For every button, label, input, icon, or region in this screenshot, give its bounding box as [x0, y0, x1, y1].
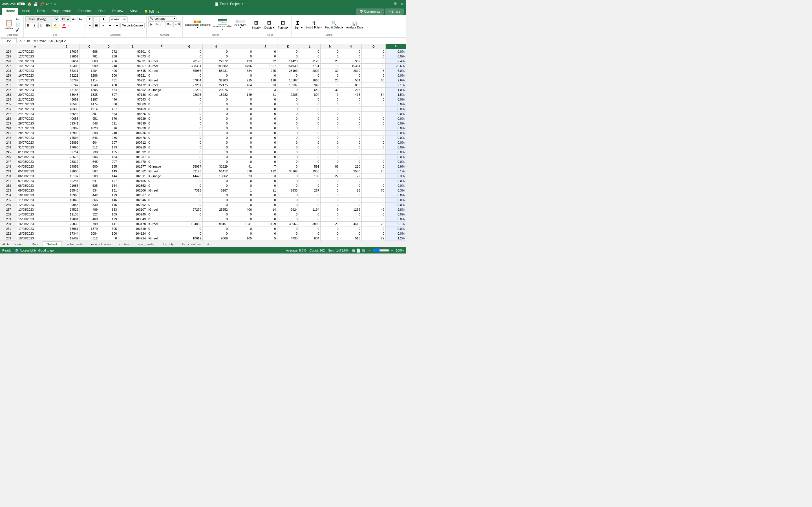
insert-function-icon[interactable]: fx	[27, 39, 30, 43]
cell-l[interactable]: 0	[299, 159, 320, 164]
cell-m[interactable]: 30	[320, 68, 340, 73]
cell-p[interactable]: 0.0%	[386, 107, 406, 112]
cell-b[interactable]: 32341	[53, 121, 80, 126]
cell-o[interactable]: 0	[361, 116, 386, 121]
row-header[interactable]: 243	[0, 140, 17, 145]
cell-g[interactable]: 21299	[176, 88, 202, 93]
cell-a[interactable]: 03/08/2023	[17, 159, 53, 164]
cell-g[interactable]: 0	[176, 131, 202, 135]
align-center-button[interactable]: ☰	[93, 22, 100, 28]
cell-h[interactable]: 6287	[202, 188, 229, 193]
cell-f[interactable]: 0	[147, 150, 176, 155]
cell-h[interactable]: 0	[202, 140, 229, 145]
cell-d[interactable]: 316	[99, 126, 118, 131]
cell-e[interactable]: 94815	[118, 68, 147, 73]
cell-c[interactable]: 512	[80, 236, 99, 241]
cell-b[interactable]: 26812	[53, 159, 80, 164]
row-header[interactable]: 229	[0, 73, 17, 78]
cell-b[interactable]: 46059	[53, 97, 80, 102]
cell-f[interactable]: 0	[147, 226, 176, 231]
cell-a[interactable]: 10/08/2023	[17, 193, 53, 198]
cell-o[interactable]: 0	[361, 174, 386, 179]
cell-j[interactable]: 3	[253, 88, 277, 93]
cell-c[interactable]: 1023	[80, 126, 99, 131]
cell-n[interactable]: 210	[340, 164, 361, 169]
cell-e[interactable]: 99920	[118, 126, 147, 131]
cell-k[interactable]: 0	[277, 159, 299, 164]
cell-k[interactable]: 0	[277, 145, 299, 150]
row-header[interactable]: 252	[0, 183, 17, 188]
cell-d[interactable]: 248	[99, 64, 118, 68]
cell-g[interactable]: 0	[176, 231, 202, 236]
cell-n[interactable]: 496	[340, 93, 361, 97]
cell-g[interactable]: 0	[176, 193, 202, 198]
cell-i[interactable]: 41	[229, 164, 253, 169]
cell-n[interactable]: 0	[340, 159, 361, 164]
cell-i[interactable]: 0	[229, 107, 253, 112]
cell-b[interactable]: 22806	[53, 169, 80, 174]
cell-i[interactable]: 27	[229, 88, 253, 93]
table-row[interactable]: 23926/07/2023323418483219959900000000000…	[0, 121, 406, 126]
cell-j[interactable]: 0	[253, 231, 277, 236]
cell-f[interactable]: 0	[147, 49, 176, 54]
cell-c[interactable]: 645	[80, 159, 99, 164]
cell-l[interactable]: 0	[299, 135, 320, 140]
cell-c[interactable]: 1370	[80, 226, 99, 231]
cell-a[interactable]: 16/07/2023	[17, 73, 53, 78]
cell-j[interactable]: 0	[253, 198, 277, 203]
cell-g[interactable]: 37084	[176, 78, 202, 83]
cell-j[interactable]: 0	[253, 135, 277, 140]
sheet-tab-reach[interactable]: Reach	[10, 241, 28, 247]
cell-e[interactable]: 93801	[118, 49, 147, 54]
cell-n[interactable]: 0	[340, 116, 361, 121]
sheet-tab-subset[interactable]: Subset	[43, 241, 61, 247]
cell-o[interactable]: 0	[361, 107, 386, 112]
cell-d[interactable]: 480	[99, 83, 118, 88]
cell-j[interactable]: 0	[253, 203, 277, 207]
formula-input[interactable]	[33, 39, 405, 43]
cell-o[interactable]: 0	[361, 97, 386, 102]
cell-n[interactable]: 0	[340, 193, 361, 198]
cell-j[interactable]: 0	[253, 193, 277, 198]
unpin-icon[interactable]: 📌	[40, 2, 44, 6]
cell-e[interactable]: 100919	[118, 145, 147, 150]
cell-l[interactable]: 0	[299, 131, 320, 135]
cell-i[interactable]: 215	[229, 78, 253, 83]
table-row[interactable]: 22512/07/2023228517812589407300000000000…	[0, 54, 406, 59]
col-header-g[interactable]: G	[176, 44, 202, 49]
sheet-tab-topcity[interactable]: top_city	[159, 241, 178, 247]
cell-k[interactable]: 0	[277, 212, 299, 217]
cell-p[interactable]: 1.5%	[386, 93, 406, 97]
cell-d[interactable]: 183	[99, 155, 118, 159]
cell-j[interactable]: 0	[253, 131, 277, 135]
cell-f[interactable]: IG reel	[147, 59, 176, 64]
cell-g[interactable]: 0	[176, 140, 202, 145]
cell-m[interactable]: 18	[320, 64, 340, 68]
cell-k[interactable]: 0	[277, 116, 299, 121]
cell-m[interactable]: 0	[320, 183, 340, 188]
cell-c[interactable]: 606	[80, 155, 99, 159]
cell-p[interactable]: 0.3%	[386, 188, 406, 193]
cell-b[interactable]: 40656	[53, 116, 80, 121]
cell-c[interactable]: 730	[80, 150, 99, 155]
cell-h[interactable]: 0	[202, 135, 229, 140]
cell-h[interactable]: 0	[202, 49, 229, 54]
cell-j[interactable]: 0	[253, 150, 277, 155]
cell-e[interactable]: 102011	[118, 174, 147, 179]
cell-b[interactable]: 25899	[53, 140, 80, 145]
cell-p[interactable]: 0.0%	[386, 131, 406, 135]
cell-m[interactable]: 9	[320, 93, 340, 97]
cell-m[interactable]: 8	[320, 236, 340, 241]
cell-b[interactable]: 13998	[53, 193, 80, 198]
cell-k[interactable]: 0	[277, 88, 299, 93]
row-header[interactable]: 263	[0, 236, 17, 241]
cell-i[interactable]: 0	[229, 212, 253, 217]
decrease-font-button[interactable]: A-	[78, 17, 83, 21]
cell-p[interactable]: 9.1%	[386, 222, 406, 226]
decrease-decimal-button[interactable]: ←.0	[173, 21, 181, 27]
cell-p[interactable]: 0.0%	[386, 121, 406, 126]
row-header[interactable]: 256	[0, 203, 17, 207]
cell-f[interactable]: 0	[147, 231, 176, 236]
cell-n[interactable]: 1232	[340, 207, 361, 212]
cell-k[interactable]: 0	[277, 150, 299, 155]
